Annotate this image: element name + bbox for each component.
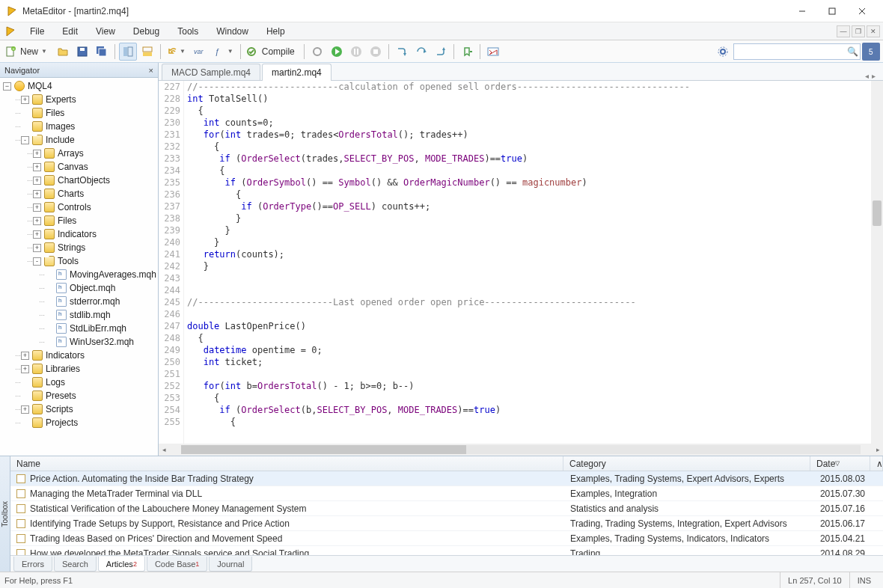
mdi-close-button[interactable]: ✕ bbox=[867, 25, 880, 37]
nav-item[interactable]: ⋯+Controls bbox=[0, 200, 158, 214]
menubar: File Edit View Debug Tools Window Help —… bbox=[0, 22, 883, 40]
save-button[interactable] bbox=[73, 43, 91, 61]
close-button[interactable] bbox=[847, 1, 877, 22]
navigator-close-button[interactable]: × bbox=[149, 66, 153, 75]
menu-window[interactable]: Window bbox=[207, 22, 257, 40]
toolbox-tab-articles[interactable]: Articles2 bbox=[98, 557, 145, 572]
toolbox-toggle-button[interactable] bbox=[138, 43, 156, 61]
nav-item[interactable]: ⋯.stderror.mqh bbox=[0, 295, 158, 308]
articles-grid[interactable]: Name Category Date ▽ ∧ Price Action. Aut… bbox=[10, 456, 883, 555]
article-row[interactable]: Managing the MetaTrader Terminal via DLL… bbox=[10, 486, 883, 501]
attach-button[interactable] bbox=[458, 43, 476, 61]
col-category[interactable]: Category bbox=[563, 456, 810, 471]
statusbar: For Help, press F1 Ln 257, Col 10 INS bbox=[0, 572, 883, 588]
new-button[interactable]: + New ▼ bbox=[3, 43, 52, 61]
var-button[interactable]: var bbox=[190, 43, 210, 61]
editor-tab-1[interactable]: martin2.mq4 bbox=[262, 64, 331, 81]
col-name[interactable]: Name bbox=[10, 456, 563, 471]
toolbox-tab-journal[interactable]: Journal bbox=[209, 557, 252, 572]
var-icon: var bbox=[193, 46, 207, 57]
search-box[interactable]: 🔍 bbox=[733, 43, 861, 60]
titlebar: MetaEditor - [martin2.mq4] bbox=[0, 0, 883, 22]
nav-item[interactable]: ⋯.stdlib.mqh bbox=[0, 308, 158, 322]
article-row[interactable]: How we developed the MetaTrader Signals … bbox=[10, 546, 883, 555]
article-row[interactable]: Identifying Trade Setups by Support, Res… bbox=[10, 516, 883, 531]
nav-root[interactable]: −MQL4 bbox=[0, 79, 158, 93]
article-row[interactable]: Statistical Verification of the Labouche… bbox=[10, 501, 883, 516]
nav-item[interactable]: ⋯-Tools bbox=[0, 254, 158, 268]
toolbox-side-tab[interactable]: Toolbox bbox=[0, 456, 10, 572]
mdi-restore-button[interactable]: ❐ bbox=[852, 25, 865, 37]
step-over-button[interactable] bbox=[412, 43, 430, 61]
menu-file[interactable]: File bbox=[21, 22, 53, 40]
menu-debug[interactable]: Debug bbox=[124, 22, 168, 40]
toolbox-tab-search[interactable]: Search bbox=[54, 557, 97, 572]
svg-rect-12 bbox=[99, 49, 106, 56]
nav-item[interactable]: ⋯.WinUser32.mqh bbox=[0, 335, 158, 349]
compile-button[interactable]: Compile bbox=[245, 43, 300, 61]
nav-item[interactable]: ⋯-Include bbox=[0, 133, 158, 147]
nav-item[interactable]: ⋯.Files bbox=[0, 106, 158, 120]
navigator-tree[interactable]: −MQL4⋯+Experts⋯.Files⋯.Images⋯-Include⋯+… bbox=[0, 78, 158, 456]
settings-button[interactable] bbox=[714, 43, 732, 61]
mdi-minimize-button[interactable]: — bbox=[837, 25, 850, 37]
toolbox-tab-code-base[interactable]: Code Base1 bbox=[147, 557, 207, 572]
horizontal-scrollbar[interactable]: ◂▸ bbox=[159, 444, 883, 456]
grid-scroll-up[interactable]: ∧ bbox=[870, 456, 883, 471]
play-button[interactable] bbox=[328, 43, 346, 61]
vertical-scrollbar[interactable] bbox=[871, 81, 883, 444]
maximize-button[interactable] bbox=[817, 1, 847, 22]
nav-item[interactable]: ⋯+Canvas bbox=[0, 160, 158, 174]
col-date[interactable]: Date ▽ bbox=[810, 456, 870, 471]
nav-item[interactable]: ⋯+ChartObjects bbox=[0, 174, 158, 187]
step-out-button[interactable] bbox=[432, 43, 450, 61]
minimize-button[interactable] bbox=[787, 1, 817, 22]
nav-item[interactable]: ⋯.Images bbox=[0, 120, 158, 133]
nav-item[interactable]: ⋯+Indicators bbox=[0, 349, 158, 362]
open-button[interactable] bbox=[54, 43, 72, 61]
app-menu-icon[interactable] bbox=[0, 22, 21, 40]
menu-help[interactable]: Help bbox=[257, 22, 294, 40]
code-editor[interactable]: //--------------------------calculation … bbox=[184, 81, 883, 444]
restart-button[interactable] bbox=[308, 43, 326, 61]
pause-button[interactable] bbox=[347, 43, 365, 61]
nav-item[interactable]: ⋯+Indicators bbox=[0, 227, 158, 241]
search-input[interactable] bbox=[734, 46, 845, 57]
community-button[interactable]: 5 bbox=[862, 43, 880, 61]
undo-button[interactable]: ▼ bbox=[165, 43, 189, 61]
stop-icon bbox=[370, 46, 382, 58]
nav-item[interactable]: ⋯.Logs bbox=[0, 376, 158, 389]
nav-item[interactable]: ⋯+Scripts bbox=[0, 402, 158, 416]
nav-item[interactable]: ⋯+Strings bbox=[0, 241, 158, 254]
tab-scroll-left[interactable]: ◂ bbox=[865, 72, 869, 80]
nav-item[interactable]: ⋯+Charts bbox=[0, 187, 158, 200]
menu-view[interactable]: View bbox=[87, 22, 124, 40]
toolbox-tab-errors[interactable]: Errors bbox=[13, 557, 52, 572]
step-into-icon bbox=[396, 46, 408, 58]
search-icon[interactable]: 🔍 bbox=[845, 46, 860, 57]
app-icon bbox=[6, 5, 18, 17]
terminal-button[interactable] bbox=[484, 43, 502, 61]
step-into-button[interactable] bbox=[393, 43, 411, 61]
svg-text:5: 5 bbox=[869, 48, 873, 56]
article-row[interactable]: Trading Ideas Based on Prices' Direction… bbox=[10, 531, 883, 546]
tab-scroll-right[interactable]: ▸ bbox=[872, 72, 876, 80]
nav-item[interactable]: ⋯.MovingAverages.mqh bbox=[0, 268, 158, 281]
save-all-button[interactable] bbox=[93, 43, 111, 61]
nav-item[interactable]: ⋯+Files bbox=[0, 214, 158, 227]
nav-item[interactable]: ⋯.StdLibErr.mqh bbox=[0, 322, 158, 335]
svg-point-34 bbox=[721, 49, 725, 54]
article-row[interactable]: Price Action. Automating the Inside Bar … bbox=[10, 471, 883, 486]
stop-button[interactable] bbox=[367, 43, 385, 61]
function-button[interactable]: ƒ ▼ bbox=[211, 43, 236, 61]
navigator-toggle-button[interactable] bbox=[119, 43, 137, 61]
editor-tab-0[interactable]: MACD Sample.mq4 bbox=[162, 64, 260, 80]
menu-tools[interactable]: Tools bbox=[168, 22, 207, 40]
nav-item[interactable]: ⋯.Presets bbox=[0, 389, 158, 402]
menu-edit[interactable]: Edit bbox=[53, 22, 87, 40]
nav-item[interactable]: ⋯+Arrays bbox=[0, 147, 158, 160]
nav-item[interactable]: ⋯.Object.mqh bbox=[0, 281, 158, 295]
nav-item[interactable]: ⋯+Libraries bbox=[0, 362, 158, 376]
nav-item[interactable]: ⋯+Experts bbox=[0, 93, 158, 106]
nav-item[interactable]: ⋯.Projects bbox=[0, 416, 158, 429]
